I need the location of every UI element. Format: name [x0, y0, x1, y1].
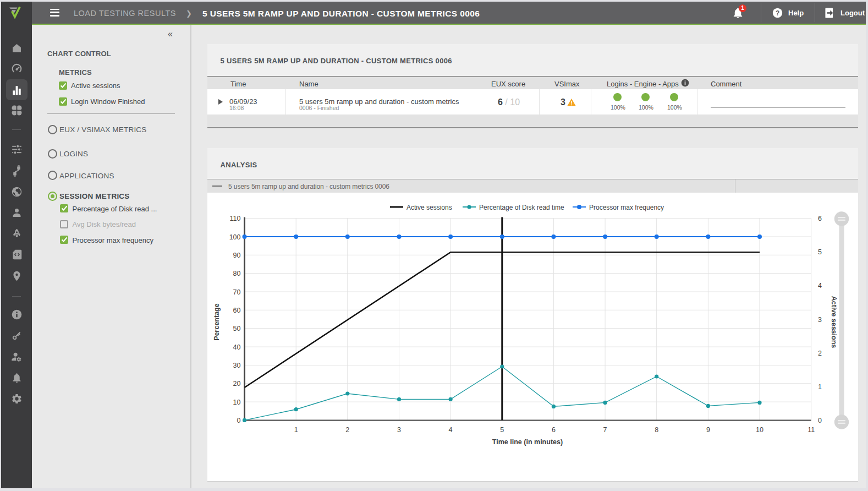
svg-text:0: 0 — [818, 417, 822, 424]
svg-text:80: 80 — [233, 270, 241, 277]
svg-text:9: 9 — [706, 426, 710, 434]
svg-text:Active sessions: Active sessions — [406, 204, 452, 211]
svg-text:5: 5 — [818, 248, 822, 256]
svg-text:7: 7 — [603, 426, 607, 434]
svg-text:Time line (in minutes): Time line (in minutes) — [492, 438, 563, 446]
svg-text:1: 1 — [818, 383, 822, 391]
svg-text:Active sessions: Active sessions — [830, 296, 838, 348]
svg-text:60: 60 — [233, 307, 241, 314]
svg-text:8: 8 — [655, 426, 658, 434]
svg-text:30: 30 — [233, 362, 241, 369]
svg-text:3: 3 — [818, 316, 822, 324]
svg-text:Processor max frequency: Processor max frequency — [589, 204, 664, 211]
svg-text:50: 50 — [233, 325, 241, 332]
svg-text:110: 110 — [230, 215, 241, 222]
svg-text:5: 5 — [500, 426, 504, 434]
svg-text:0: 0 — [237, 417, 241, 424]
svg-text:6: 6 — [818, 215, 822, 222]
svg-text:70: 70 — [233, 288, 241, 296]
svg-text:20: 20 — [233, 380, 241, 388]
svg-text:2: 2 — [818, 350, 822, 357]
svg-text:6: 6 — [552, 426, 556, 434]
svg-text:90: 90 — [233, 252, 241, 259]
svg-text:40: 40 — [233, 343, 241, 351]
svg-text:4: 4 — [449, 426, 453, 434]
svg-text:Percentage: Percentage — [213, 303, 221, 340]
svg-text:10: 10 — [233, 399, 241, 406]
svg-text:1: 1 — [294, 426, 298, 434]
svg-text:3: 3 — [397, 426, 401, 434]
svg-text:10: 10 — [756, 426, 763, 434]
svg-text:?: ? — [776, 9, 779, 17]
svg-text:4: 4 — [818, 282, 822, 290]
svg-text:2: 2 — [345, 426, 349, 434]
svg-text:11: 11 — [807, 426, 815, 434]
svg-text:100: 100 — [229, 233, 241, 241]
svg-text:Percentage of Disk read time: Percentage of Disk read time — [479, 204, 564, 211]
